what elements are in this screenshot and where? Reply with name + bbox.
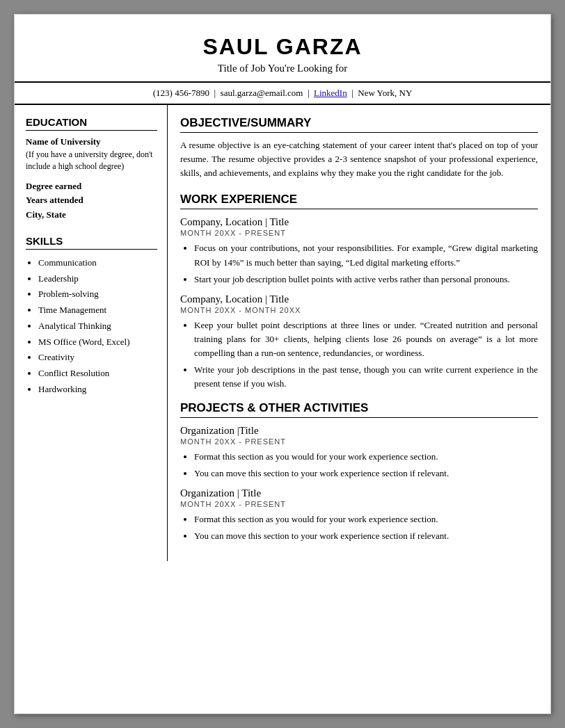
job-title: Title of Job You're Looking for xyxy=(29,63,536,74)
bullet-item: Keep your bullet point descriptions at t… xyxy=(194,318,538,360)
resume-page: SAUL GARZA Title of Job You're Looking f… xyxy=(14,14,551,714)
org-entry: Organization | TitleMONTH 20XX - PRESENT… xyxy=(180,487,538,543)
jobs-container: Company, Location | TitleMONTH 20XX - PR… xyxy=(180,216,538,391)
job-company: Company, Location | Title xyxy=(180,293,538,305)
degree-earned: Degree earned xyxy=(26,179,157,194)
skills-list: CommunicationLeadershipProblem-solvingTi… xyxy=(26,255,157,398)
org-date: MONTH 20XX - PRESENT xyxy=(180,437,538,446)
bullet-item: Format this section as you would for you… xyxy=(194,450,538,464)
org-bullets: Format this section as you would for you… xyxy=(180,450,538,480)
bullet-item: Start your job description bullet points… xyxy=(194,273,538,286)
sidebar: EDUCATION Name of University (If you hav… xyxy=(15,105,168,561)
contact-bar: (123) 456-7890 | saul.garza@email.com | … xyxy=(15,83,550,105)
skill-item: Leadership xyxy=(38,271,157,287)
job-entry: Company, Location | TitleMONTH 20XX - PR… xyxy=(180,216,538,286)
job-date: MONTH 20XX - PRESENT xyxy=(180,229,538,237)
projects-heading: PROJECTS & OTHER ACTIVITIES xyxy=(180,401,538,418)
org-bullets: Format this section as you would for you… xyxy=(180,512,538,543)
objective-section: OBJECTIVE/SUMMARY A resume objective is … xyxy=(180,116,538,180)
job-company: Company, Location | Title xyxy=(180,216,538,228)
bullet-item: Focus on your contributions, not your re… xyxy=(194,241,538,269)
bullet-item: Write your job descriptions in the past … xyxy=(194,363,538,391)
linkedin-link[interactable]: LinkedIn xyxy=(314,88,347,98)
location: New York, NY xyxy=(358,88,412,98)
education-section: EDUCATION Name of University (If you hav… xyxy=(26,116,157,223)
city-state: City, State xyxy=(26,208,157,223)
skill-item: Hardworking xyxy=(38,382,157,398)
objective-heading: OBJECTIVE/SUMMARY xyxy=(180,116,538,133)
bullet-item: Format this section as you would for you… xyxy=(194,512,538,526)
org-name: Organization |Title xyxy=(180,425,538,437)
body-layout: EDUCATION Name of University (If you hav… xyxy=(15,105,550,561)
projects-section: PROJECTS & OTHER ACTIVITIES Organization… xyxy=(180,401,538,544)
org-name: Organization | Title xyxy=(180,487,538,499)
job-bullets: Focus on your contributions, not your re… xyxy=(180,241,538,286)
education-title: EDUCATION xyxy=(26,116,157,131)
skill-item: Time Management xyxy=(38,302,157,318)
orgs-container: Organization |TitleMONTH 20XX - PRESENTF… xyxy=(180,425,538,544)
candidate-name: SAUL GARZA xyxy=(29,34,536,60)
main-content: OBJECTIVE/SUMMARY A resume objective is … xyxy=(168,105,550,561)
job-entry: Company, Location | TitleMONTH 20XX - MO… xyxy=(180,293,538,391)
job-date: MONTH 20XX - MONTH 20XX xyxy=(180,306,538,314)
bullet-item: You can move this section to your work e… xyxy=(194,467,538,480)
org-date: MONTH 20XX - PRESENT xyxy=(180,500,538,508)
work-heading: WORK EXPERIENCE xyxy=(180,193,538,209)
skill-item: Problem-solving xyxy=(38,286,157,302)
phone: (123) 456-7890 xyxy=(153,88,209,98)
skill-item: Communication xyxy=(38,255,157,271)
skill-item: Analytical Thinking xyxy=(38,318,157,334)
skill-item: Creativity xyxy=(38,350,157,366)
skills-title: SKILLS xyxy=(26,235,157,250)
years-attended: Years attended xyxy=(26,193,157,208)
org-entry: Organization |TitleMONTH 20XX - PRESENTF… xyxy=(180,425,538,480)
university-name: Name of University xyxy=(26,136,157,147)
objective-text: A resume objective is an eye-catching st… xyxy=(180,138,538,180)
job-bullets: Keep your bullet point descriptions at t… xyxy=(180,318,538,391)
skills-section: SKILLS CommunicationLeadershipProblem-so… xyxy=(26,235,157,398)
university-note: (If you have a university degree, don't … xyxy=(26,149,157,172)
skill-item: MS Office (Word, Excel) xyxy=(38,334,157,350)
skill-item: Conflict Resolution xyxy=(38,366,157,382)
header: SAUL GARZA Title of Job You're Looking f… xyxy=(15,15,550,83)
work-experience-section: WORK EXPERIENCE Company, Location | Titl… xyxy=(180,193,538,391)
email: saul.garza@email.com xyxy=(221,88,303,98)
bullet-item: You can move this section to your work e… xyxy=(194,529,538,543)
